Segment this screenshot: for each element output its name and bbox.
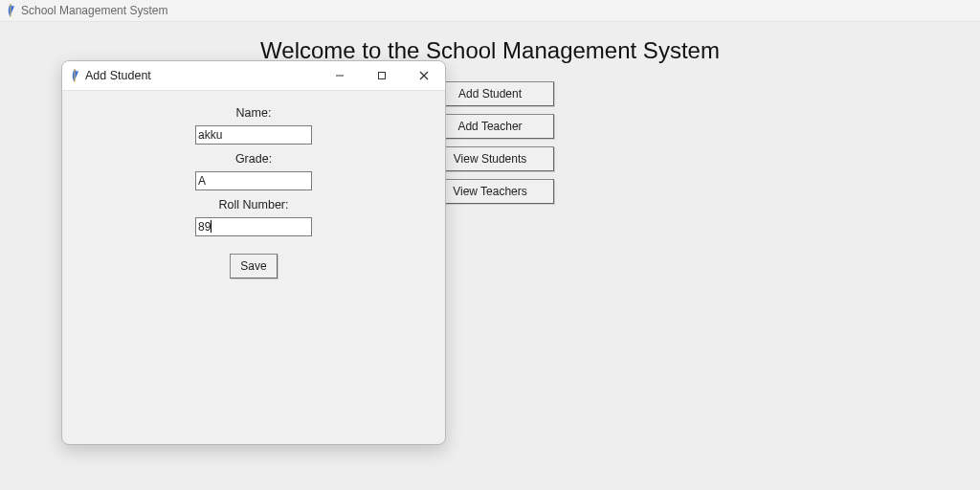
dialog-body: Name: akku Grade: A Roll Number: 89 Save	[62, 91, 445, 278]
roll-number-label: Roll Number:	[62, 198, 445, 212]
dialog-titlebar[interactable]: Add Student	[62, 61, 445, 91]
feather-icon	[6, 4, 15, 17]
maximize-icon[interactable]	[361, 61, 403, 90]
main-window-titlebar: School Management System	[0, 0, 980, 22]
save-button[interactable]: Save	[230, 254, 278, 278]
minimize-icon[interactable]	[319, 61, 361, 90]
close-icon[interactable]	[403, 61, 445, 90]
name-label: Name:	[62, 106, 445, 120]
add-student-dialog: Add Student Name: akku Grade: A Roll Num…	[61, 60, 446, 445]
main-window-title: School Management System	[21, 4, 167, 17]
name-input[interactable]: akku	[195, 125, 312, 145]
roll-number-input[interactable]: 89	[195, 217, 312, 236]
svg-rect-1	[379, 73, 386, 79]
feather-icon	[70, 69, 79, 82]
main-window-client-area: Welcome to the School Management System …	[0, 22, 980, 490]
dialog-title: Add Student	[85, 69, 151, 82]
grade-label: Grade:	[62, 152, 445, 166]
grade-input[interactable]: A	[195, 171, 312, 190]
